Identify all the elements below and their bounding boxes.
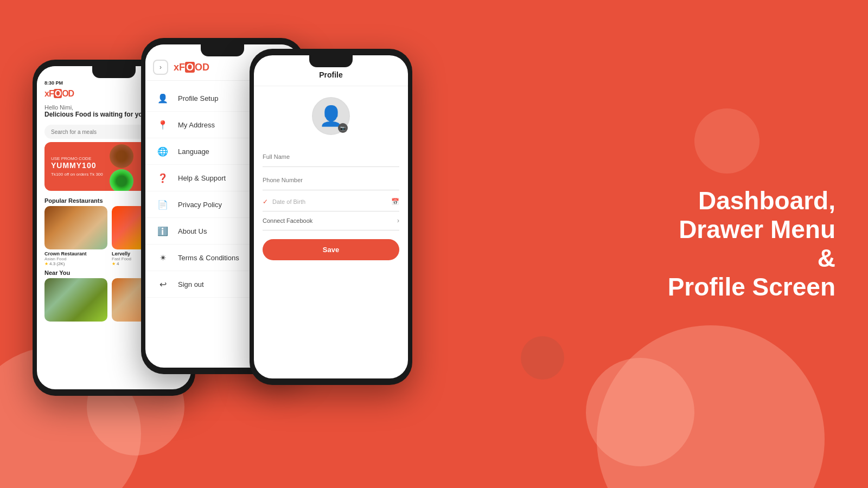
- address-icon: 📍: [156, 118, 169, 131]
- dob-label: Date of Birth: [272, 198, 305, 205]
- calendar-icon[interactable]: 📅: [391, 198, 399, 206]
- address-label: My Address: [178, 121, 215, 129]
- restaurant-name-1: Crown Restaurant: [44, 251, 107, 256]
- bg-decoration-6: [694, 108, 760, 174]
- profile-setup-icon: 👤: [156, 92, 169, 105]
- chevron-right-icon: ›: [397, 217, 399, 224]
- signout-label: Sign out: [178, 280, 204, 288]
- near-image-1: [44, 278, 107, 322]
- phone-field[interactable]: [263, 169, 399, 190]
- restaurant-type-1: Asian Food: [44, 256, 107, 261]
- restaurant-rating-1: ★ 4.3 (2K): [44, 261, 107, 266]
- terms-label: Terms & Conditions: [178, 254, 239, 262]
- about-label: About Us: [178, 227, 207, 235]
- promo-text: USE PROMO CODE YUMMY100 Tk100 off on ord…: [44, 152, 110, 181]
- facebook-label: Connect Facebook: [263, 217, 312, 224]
- heading-line2: Drawer Menu: [679, 215, 835, 243]
- avatar[interactable]: 👤 📷: [312, 97, 350, 135]
- phone-profile: Profile 👤 📷 ✓: [250, 49, 412, 385]
- save-button[interactable]: Save: [263, 239, 399, 260]
- bg-decoration-5: [521, 336, 564, 380]
- name-input[interactable]: [263, 153, 399, 160]
- privacy-icon: 📄: [156, 198, 169, 211]
- star-icon-1: ★: [44, 261, 48, 266]
- star-icon-2: ★: [112, 261, 116, 266]
- near-card-1[interactable]: [44, 278, 107, 322]
- promo-desc: Tk100 off on orders Tk 300: [51, 172, 103, 177]
- rating-value-2: 4: [117, 261, 119, 266]
- bg-decoration-4: [586, 358, 694, 466]
- notch-2: [201, 44, 244, 56]
- profile-setup-label: Profile Setup: [178, 94, 218, 102]
- heading-line3: &: [818, 244, 835, 272]
- about-icon: ℹ️: [156, 224, 169, 237]
- help-label: Help & Support: [178, 174, 226, 182]
- check-icon: ✓: [263, 198, 268, 206]
- notch-1: [92, 66, 136, 78]
- drawer-logo: xFOOD: [174, 62, 209, 73]
- phone-input[interactable]: [263, 177, 399, 183]
- signout-icon: ↩: [156, 278, 169, 291]
- notch-3: [309, 55, 353, 67]
- privacy-label: Privacy Policy: [178, 201, 222, 209]
- phones-container: 8:30 PM ▲ ▌▌▌ ▮ xFOOD 🔔 ☰ Hello N: [33, 16, 510, 483]
- restaurant-card-1[interactable]: Crown Restaurant Asian Food ★ 4.3 (2K): [44, 206, 107, 266]
- camera-icon[interactable]: 📷: [338, 123, 348, 133]
- dashboard-logo: xFOOD: [44, 89, 74, 99]
- dob-field[interactable]: ✓ Date of Birth 📅: [263, 192, 399, 211]
- terms-icon: ✴: [156, 251, 169, 264]
- help-icon: ❓: [156, 171, 169, 184]
- profile-avatar-area: 👤 📷: [254, 86, 408, 146]
- back-button[interactable]: ›: [153, 60, 168, 75]
- rating-value-1: 4.3 (2K): [49, 261, 65, 266]
- heading-line4: Profile Screen: [668, 273, 835, 301]
- heading-area: Dashboard, Drawer Menu & Profile Screen: [668, 187, 835, 301]
- status-time: 8:30 PM: [44, 80, 63, 86]
- restaurant-image-1: [44, 206, 107, 249]
- promo-sub: USE PROMO CODE: [51, 156, 103, 161]
- heading-line1: Dashboard,: [698, 187, 835, 215]
- profile-screen: Profile 👤 📷 ✓: [254, 55, 408, 378]
- facebook-row[interactable]: Connect Facebook ›: [263, 211, 399, 230]
- name-field[interactable]: [263, 146, 399, 167]
- language-icon: 🌐: [156, 145, 169, 158]
- food-image-1: [110, 144, 133, 168]
- promo-code: YUMMY100: [51, 161, 103, 170]
- food-image-3: [110, 169, 133, 191]
- dob-left: ✓ Date of Birth: [263, 198, 305, 206]
- profile-form: ✓ Date of Birth 📅 Connect Facebook › Sav…: [254, 146, 408, 260]
- language-label: Language: [178, 147, 209, 156]
